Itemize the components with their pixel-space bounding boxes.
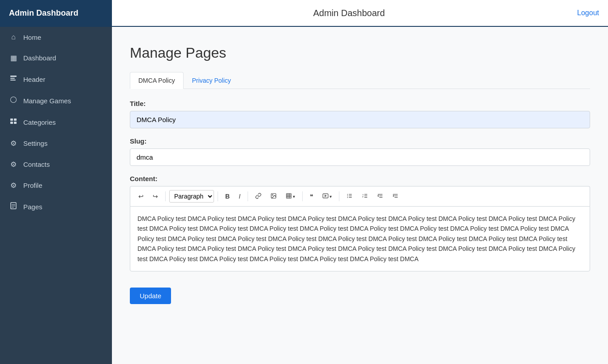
sidebar-item-label: Header (23, 76, 45, 83)
svg-rect-8 (12, 204, 15, 205)
italic-icon: I (239, 193, 240, 200)
bullet-list-icon (347, 193, 353, 200)
profile-icon: ⚙ (9, 181, 18, 190)
media-icon (322, 193, 329, 200)
chevron-down-icon: ▾ (293, 194, 295, 199)
page-title: Manage Pages (130, 45, 590, 61)
svg-marker-19 (325, 195, 326, 197)
topbar: Admin Dashboard Admin Dashboard Logout (0, 0, 608, 27)
sidebar-item-label: Manage Games (23, 97, 71, 105)
sidebar-item-contacts[interactable]: ⚙ Contacts (0, 154, 112, 175)
sidebar-item-label: Contacts (23, 161, 50, 168)
sidebar-item-label: Profile (23, 182, 43, 189)
content-group: Content: ↩ ↪ Paragraph B I (130, 175, 590, 271)
layout: ⌂ Home ▦ Dashboard Header Manage Games C… (0, 27, 608, 364)
sidebar-item-dashboard[interactable]: ▦ Dashboard (0, 47, 112, 68)
divider-2 (218, 191, 218, 201)
tab-privacy[interactable]: Privacy Policy (184, 72, 240, 89)
image-icon (270, 193, 277, 200)
topbar-title: Admin Dashboard (313, 8, 385, 18)
indent-button[interactable] (389, 190, 402, 203)
tabs: DMCA Policy Privacy Policy (130, 72, 590, 89)
svg-rect-1 (10, 78, 15, 79)
sidebar-item-header[interactable]: Header (0, 68, 112, 90)
sidebar-item-home[interactable]: ⌂ Home (0, 27, 112, 47)
sidebar-item-label: Home (23, 34, 41, 41)
paragraph-select[interactable]: Paragraph (169, 190, 214, 203)
blockquote-button[interactable]: ❝ (306, 190, 317, 202)
sidebar-item-categories[interactable]: Categories (0, 111, 112, 133)
sidebar-item-manage-games[interactable]: Manage Games (0, 90, 112, 111)
svg-rect-0 (10, 76, 17, 77)
divider-5 (339, 191, 339, 201)
link-icon (255, 193, 261, 200)
sidebar-item-settings[interactable]: ⚙ Settings (0, 133, 112, 154)
divider-4 (302, 191, 303, 201)
undo-icon: ↩ (138, 193, 144, 200)
svg-rect-10 (12, 207, 14, 207)
slug-group: Slug: (130, 137, 590, 166)
ordered-list-icon (362, 193, 368, 200)
content-editor[interactable]: DMCA Policy test DMCA Policy test DMCA P… (130, 206, 590, 271)
pages-icon (9, 202, 18, 211)
indent-icon (392, 193, 398, 200)
brand: Admin Dashboard (0, 0, 112, 26)
content-label: Content: (130, 175, 590, 182)
italic-button[interactable]: I (235, 190, 244, 202)
svg-rect-18 (323, 194, 328, 198)
table-button[interactable]: ▾ (282, 190, 299, 203)
svg-rect-13 (287, 193, 291, 198)
slug-input[interactable] (130, 148, 590, 166)
svg-rect-6 (14, 122, 17, 124)
title-input[interactable] (130, 111, 590, 128)
blockquote-icon: ❝ (310, 193, 313, 200)
header-icon (9, 75, 18, 84)
main-content: Manage Pages DMCA Policy Privacy Policy … (112, 27, 608, 364)
svg-point-24 (347, 195, 348, 196)
categories-icon (9, 118, 18, 127)
brand-label: Admin Dashboard (9, 8, 78, 18)
sidebar-item-label: Pages (23, 203, 43, 211)
svg-rect-2 (10, 80, 16, 80)
bullet-list-button[interactable] (343, 190, 356, 203)
title-label: Title: (130, 100, 590, 107)
settings-icon: ⚙ (9, 139, 18, 148)
svg-rect-9 (12, 206, 15, 206)
update-button[interactable]: Update (130, 288, 171, 304)
sidebar: ⌂ Home ▦ Dashboard Header Manage Games C… (0, 27, 112, 364)
divider-1 (165, 191, 166, 201)
dashboard-icon: ▦ (9, 54, 18, 62)
slug-label: Slug: (130, 137, 590, 145)
logout-button[interactable]: Logout (577, 9, 599, 17)
media-button[interactable]: ▾ (319, 190, 335, 203)
svg-point-12 (272, 195, 273, 195)
redo-button[interactable]: ↪ (149, 190, 162, 202)
outdent-icon (377, 193, 383, 200)
bold-icon: B (225, 193, 230, 200)
home-icon: ⌂ (9, 33, 18, 41)
editor-toolbar: ↩ ↪ Paragraph B I (130, 186, 590, 206)
svg-point-25 (347, 197, 348, 198)
redo-icon: ↪ (153, 193, 158, 200)
contacts-icon: ⚙ (9, 160, 18, 169)
title-group: Title: (130, 100, 590, 128)
content-text: DMCA Policy test DMCA Policy test DMCA P… (137, 215, 575, 262)
media-chevron-icon: ▾ (330, 194, 332, 199)
undo-button[interactable]: ↩ (135, 190, 147, 202)
tab-dmca[interactable]: DMCA Policy (130, 72, 184, 89)
bold-button[interactable]: B (222, 190, 233, 202)
sidebar-item-label: Dashboard (23, 54, 56, 62)
sidebar-item-label: Categories (23, 119, 56, 126)
manage-games-icon (9, 96, 18, 105)
svg-rect-5 (10, 122, 13, 124)
ordered-list-button[interactable] (358, 190, 372, 203)
svg-rect-4 (14, 119, 17, 121)
divider-3 (248, 191, 248, 201)
sidebar-item-pages[interactable]: Pages (0, 196, 112, 217)
sidebar-item-label: Settings (23, 140, 47, 147)
outdent-button[interactable] (373, 190, 387, 203)
image-button[interactable] (267, 190, 280, 203)
table-icon (286, 193, 292, 200)
sidebar-item-profile[interactable]: ⚙ Profile (0, 175, 112, 196)
link-button[interactable] (252, 190, 265, 203)
